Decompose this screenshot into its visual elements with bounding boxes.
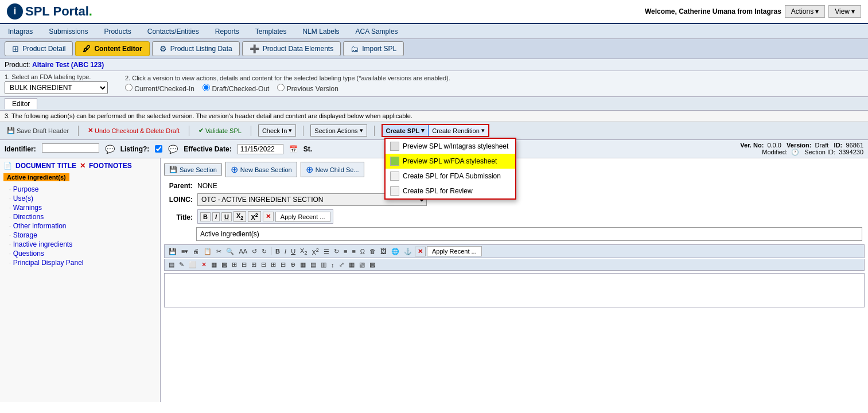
check-in-button[interactable]: Check In ▾ [258,124,296,137]
radio-draft-input[interactable] [203,84,210,91]
sidebar-tree-other-info[interactable]: · Other information [3,221,157,231]
table-icon-7[interactable]: ⊞ [230,260,239,269]
rich-link-btn[interactable]: 🌐 [390,247,401,256]
sidebar-link-inactive[interactable]: Inactive ingredients [13,240,72,248]
table-icon-17[interactable]: ↕ [329,261,336,269]
sidebar-link-questions[interactable]: Questions [13,250,44,258]
radio-current-input[interactable] [125,84,133,91]
rich-x-btn[interactable]: ✕ [415,247,426,256]
calendar-icon[interactable]: 📅 [289,145,298,153]
italic-button[interactable]: I [212,212,220,221]
subscript-button[interactable]: X2 [233,211,246,222]
rich-align-center-btn[interactable]: ≡ [342,247,349,255]
table-icon-5[interactable]: ▦ [209,260,219,269]
table-icon-6[interactable]: ▩ [220,260,229,269]
table-icon-15[interactable]: ▤ [309,260,318,269]
rich-anchor-btn[interactable]: ⚓ [402,247,414,256]
product-name-link[interactable]: Altaire Test (ABC 123) [32,61,104,69]
rich-print-btn[interactable]: 🖨 [191,247,201,255]
sidebar-link-directions[interactable]: Directions [13,213,44,221]
table-icon-11[interactable]: ⊞ [269,260,278,269]
nav-reports[interactable]: Reports [213,28,242,36]
view-button[interactable]: View ▾ [828,5,861,18]
editor-tab[interactable]: Editor [5,98,37,109]
tab-product-detail[interactable]: ⊞ Product Detail [5,41,73,56]
radio-draft[interactable]: Draft/Checked-Out [203,84,269,93]
sidebar-link-pdp[interactable]: Principal Display Panel [13,259,84,267]
sidebar-tree-purpose[interactable]: · Purpose [3,185,157,194]
table-icon-16[interactable]: ▥ [319,260,328,269]
save-section-button[interactable]: 💾 Save Section [164,163,222,176]
listing-checkbox[interactable] [155,145,162,153]
sidebar-tree-inactive-ingredients[interactable]: · Inactive ingredients [3,240,157,249]
rich-dropdown-btn[interactable]: ≡▾ [180,247,190,256]
nav-products[interactable]: Products [102,28,133,36]
sidebar-tree-directions[interactable]: · Directions [3,212,157,221]
table-icon-18[interactable]: ⤢ [337,260,346,269]
rich-find-btn[interactable]: 🔍 [224,247,236,256]
radio-previous-input[interactable] [277,84,285,91]
radio-current[interactable]: Current/Checked-In [125,84,194,93]
tab-import-spl[interactable]: 🗂 Import SPL [343,41,404,56]
active-ingredient-badge[interactable]: Active ingredient(s) [3,173,69,181]
rich-omega-btn[interactable]: Ω [359,247,367,255]
bold-button[interactable]: B [200,212,211,221]
rich-save-btn[interactable]: 💾 [167,247,178,256]
rich-apply-recent-button[interactable]: Apply Recent ... [427,246,482,256]
sidebar-tree-uses[interactable]: · Use(s) [3,194,157,203]
sidebar-tree-warnings[interactable]: · Warnings [3,203,157,212]
rich-img-btn[interactable]: 🖼 [379,247,388,255]
rich-replace-btn[interactable]: AA [237,247,249,255]
tab-content-editor[interactable]: 🖊 Content Editor [75,41,149,56]
underline-button[interactable]: U [221,212,232,221]
sidebar-link-storage[interactable]: Storage [13,231,37,239]
table-icon-1[interactable]: ▤ [167,260,176,269]
table-icon-20[interactable]: ▧ [357,260,367,269]
save-draft-button[interactable]: 💾 Save Draft Header [5,126,71,135]
rich-sub-btn[interactable]: X2 [298,247,309,256]
dropdown-preview-fda[interactable]: Preview SPL w/FDA stylesheet [386,154,515,169]
content-editor-area[interactable] [164,273,865,307]
sidebar-link-uses[interactable]: Use(s) [13,194,33,202]
footnotes-link[interactable]: FOOTNOTES [89,162,132,170]
validate-spl-button[interactable]: ✔ Validate SPL [196,126,244,135]
dropdown-create-review[interactable]: Create SPL for Review [386,184,515,198]
identifier-input[interactable] [42,143,99,153]
table-icon-13[interactable]: ⊕ [289,260,297,269]
labeling-type-select[interactable]: BULK INGREDIENT HUMAN OTC DRUG HUMAN PRE… [5,81,108,94]
effective-date-input[interactable] [238,144,283,154]
table-icon-12[interactable]: ⊟ [279,260,287,269]
rich-italic-btn[interactable]: I [283,247,288,255]
create-rendition-button[interactable]: Create Rendition ▾ [429,125,488,136]
nav-contacts[interactable]: Contacts/Entities [145,28,201,36]
rich-underline-btn[interactable]: U [289,247,297,255]
tab-product-listing-data[interactable]: ⚙ Product Listing Data [152,41,240,56]
section-actions-button[interactable]: Section Actions ▾ [310,124,367,137]
doc-title-delete-icon[interactable]: ✕ [80,162,85,170]
sidebar-link-other-info[interactable]: Other information [13,222,67,230]
create-spl-button[interactable]: Create SPL ▾ [383,125,429,136]
sidebar-link-warnings[interactable]: Warnings [13,204,42,212]
table-icon-10[interactable]: ⊟ [259,260,268,269]
sidebar-tree-questions[interactable]: · Questions [3,249,157,258]
rich-remove-btn[interactable]: 🗑 [368,247,377,255]
superscript-button[interactable]: X2 [248,211,260,222]
rich-redo-btn[interactable]: ↻ [260,247,268,256]
nav-submissions[interactable]: Submissions [46,28,90,36]
nav-aca-samples[interactable]: ACA Samples [353,28,400,36]
rich-cut-btn[interactable]: ✂ [215,247,223,256]
table-icon-9[interactable]: ⊞ [250,260,258,269]
dropdown-create-fda-submission[interactable]: Create SPL for FDA Submission [386,169,515,184]
sidebar-tree-pdp[interactable]: · Principal Display Panel [3,258,157,267]
sidebar-tree-storage[interactable]: · Storage [3,231,157,240]
nav-templates[interactable]: Templates [253,28,289,36]
new-child-section-button[interactable]: ⊕ New Child Se... [301,162,364,177]
document-title-link[interactable]: DOCUMENT TITLE [15,162,76,170]
rich-copy-btn[interactable]: 📋 [202,247,213,256]
title-input[interactable] [196,227,862,241]
table-icon-4[interactable]: ✕ [200,260,208,269]
tab-product-data-elements[interactable]: ➕ Product Data Elements [242,41,341,56]
rich-list-btn[interactable]: ☰ [322,247,331,256]
table-icon-21[interactable]: ▩ [368,260,377,269]
rich-bold-btn[interactable]: B [274,247,282,255]
